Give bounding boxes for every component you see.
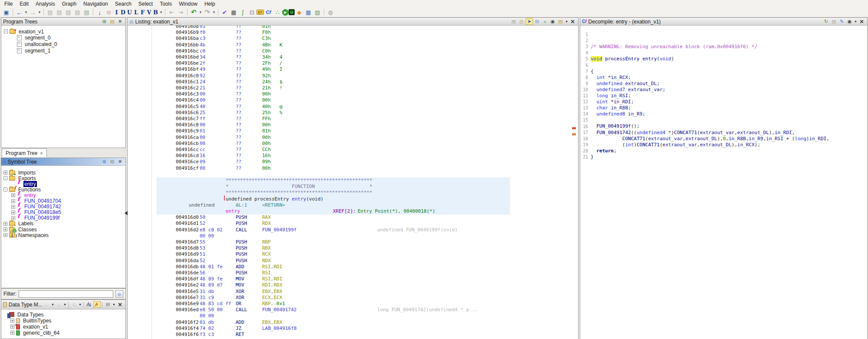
listing-row[interactable]: 004916d2 e8 c8 02 CALL FUN_0049199f unde… [128, 227, 578, 233]
call-tree-icon[interactable]: ∴ [273, 8, 282, 16]
window-icon[interactable]: ⊡ [247, 8, 256, 16]
letter-v-icon[interactable]: V [146, 8, 152, 16]
decompile-line[interactable]: 11 uint *in_RDI; [580, 88, 867, 94]
hide-names-icon[interactable]: N [85, 301, 93, 308]
listing-dropdown-icon[interactable]: ▾ [565, 18, 569, 25]
copy-icon[interactable]: ▤ [830, 18, 838, 25]
listing-row[interactable]: 004916ca 00 ?? 00h [128, 135, 578, 141]
listing-row[interactable]: undefined processEntry entry(void) [128, 196, 578, 202]
listing-row[interactable]: 004916c5 40 ?? 40h @ [128, 104, 578, 110]
menu-item[interactable]: Navigation [80, 0, 112, 7]
listing-row[interactable]: 004916c1 24 ?? 24h $ [128, 79, 578, 85]
page-up-icon[interactable]: ▤ [64, 8, 73, 16]
page-snapshot-icon[interactable]: ▤ [82, 8, 91, 16]
toolbar-separator[interactable] [187, 9, 187, 16]
decompile-line[interactable]: 3 [580, 39, 867, 45]
expand-toggle[interactable]: + [11, 205, 15, 209]
tree-row[interactable]: segment_0 [1, 35, 125, 41]
letter-l-icon[interactable]: L [133, 8, 139, 16]
header-separator[interactable] [102, 302, 102, 308]
expand-toggle[interactable]: + [11, 199, 15, 203]
filter-options-icon[interactable]: ◎ [115, 290, 123, 298]
decompile-line[interactable]: 4 void processEntry entry(void) [580, 45, 867, 51]
page-copy-icon[interactable]: ▤ [46, 8, 55, 16]
letter-i-icon[interactable]: I [113, 8, 120, 16]
header-separator[interactable] [68, 302, 69, 308]
forward-icon[interactable]: → [55, 301, 62, 308]
menu-item[interactable]: Select [135, 0, 156, 7]
new-window-icon[interactable]: ⊞ [101, 18, 108, 25]
decompile-content[interactable]: 1 2 /* WARNING: Removing unreachable blo… [580, 26, 867, 339]
listing-row[interactable]: 004916d0 50 PUSH RAX [128, 214, 578, 221]
page-down-icon[interactable]: ▤ [73, 8, 82, 16]
tree-row[interactable]: Data Types [1, 312, 125, 317]
diamond-icon[interactable]: ◆ [295, 8, 304, 16]
listing-row[interactable] [128, 171, 578, 178]
listing-content[interactable]: 004916b8 01 ?? 01h [128, 26, 578, 339]
listing-row[interactable]: 004916cd 16 ?? 16h [128, 153, 578, 159]
listing-row[interactable]: 004916ba c3 ?? C3h [128, 36, 578, 42]
tree-row[interactable]: + BuiltInTypes [1, 318, 125, 323]
expand-toggle[interactable]: + [10, 331, 14, 335]
cursor-location-icon[interactable]: ➤ [526, 18, 533, 25]
listing-row[interactable]: 004916f6 f3 c3 RET [128, 332, 578, 338]
expand-toggle[interactable]: - [3, 176, 7, 180]
back-icon[interactable]: ← [43, 301, 50, 308]
decompile-line[interactable]: 17 CONCAT71(extraout_var,extraout_DL),0,… [580, 125, 867, 131]
decompile-line[interactable]: 5 [580, 51, 867, 57]
expand-toggle[interactable]: + [11, 211, 15, 214]
menu-item[interactable]: Tools [156, 0, 175, 7]
listing-row[interactable]: 004916b9 f0 ?? F0h [128, 30, 578, 36]
decompile-line[interactable]: 21 [580, 149, 867, 155]
listing-row[interactable]: ****************************************… [128, 190, 578, 196]
decompile-line[interactable]: 16 FUN_00491742((undefined4 *)CONCAT71(e… [580, 118, 867, 125]
tree-row[interactable]: + Imports [1, 170, 125, 175]
listing-row[interactable]: 004916d1 52 PUSH RDX [128, 221, 578, 227]
letter-f-icon[interactable]: F [139, 8, 146, 16]
close-icon[interactable]: ✕ [116, 158, 124, 165]
close-icon[interactable]: ✕ [569, 18, 576, 25]
clear-icon[interactable]: ⊘ [104, 8, 113, 16]
collapse-all-icon[interactable]: ⊟ [104, 301, 112, 308]
letter-u-icon[interactable]: U [126, 8, 133, 16]
listing-row[interactable]: 004916ed e8 50 00 CALL FUN_00491742 long… [128, 307, 578, 313]
expand-toggle[interactable]: - [3, 188, 7, 191]
back-dropdown-icon[interactable]: ▾ [24, 8, 28, 16]
function-graph-icon[interactable]: ≈ [541, 18, 549, 25]
cf-icon[interactable]: Cf [264, 8, 273, 16]
memory-fields-icon[interactable]: ⊟ [533, 18, 541, 25]
listing-row[interactable]: 004916c7 ff ?? FFh [128, 116, 578, 122]
expand-toggle[interactable]: + [10, 319, 14, 323]
menu-item[interactable]: Graph [59, 0, 80, 7]
dtm-dropdown-icon[interactable]: ▾ [112, 301, 116, 308]
page-paste-icon[interactable]: ▤ [55, 8, 64, 16]
listing-row[interactable]: 004916e7 31 c9 XOR ECX,ECX [128, 295, 578, 301]
filter-off-icon[interactable]: ▼ [93, 301, 101, 308]
close-icon[interactable]: ✕ [116, 301, 124, 308]
tree-row[interactable]: - exation_v1 [1, 29, 125, 34]
letters-dropdown-icon[interactable]: ▾ [159, 8, 163, 16]
listing-row[interactable]: 004916e5 31 db XOR EBX,EBX [128, 289, 578, 295]
listing-row[interactable]: 004916bb 4b ?? 4Bh K [128, 42, 578, 48]
listing-row[interactable]: 00 00 [128, 313, 578, 319]
expand-toggle[interactable]: + [3, 222, 7, 226]
listing-row[interactable]: 004916c3 00 ?? 00h [128, 91, 578, 97]
decompile-line[interactable]: 7 int *in_RCX; [580, 63, 867, 69]
close-icon[interactable]: ✕ [116, 18, 124, 25]
u-badge-icon[interactable]: U [289, 9, 295, 15]
decompile-line[interactable]: 10 long in_RSI; [580, 82, 867, 88]
tree-row[interactable]: + FUN_0049199f [1, 215, 125, 221]
toolbar-separator[interactable] [165, 9, 165, 16]
listing-row[interactable]: 004916bc c0 ?? C0h [128, 48, 578, 54]
letter-b-icon[interactable]: B [152, 8, 159, 16]
decompile-line[interactable]: 14 [580, 106, 867, 112]
listing-row[interactable]: 004916d8 53 PUSH RBX [128, 245, 578, 251]
toolbar-separator[interactable] [93, 9, 93, 16]
bookmark-icon[interactable]: ▤ [557, 18, 564, 25]
menu-item[interactable]: Window [175, 0, 201, 7]
memory-map-icon[interactable]: ▦ [229, 8, 238, 16]
listing-row[interactable]: ****************************************… [128, 178, 578, 184]
listing-row[interactable]: 004916ce 09 ?? 09h [128, 159, 578, 165]
toolbar-separator[interactable] [13, 9, 13, 16]
listing-row[interactable]: 004916f2 01 db ADD EBX,EBX [128, 319, 578, 326]
